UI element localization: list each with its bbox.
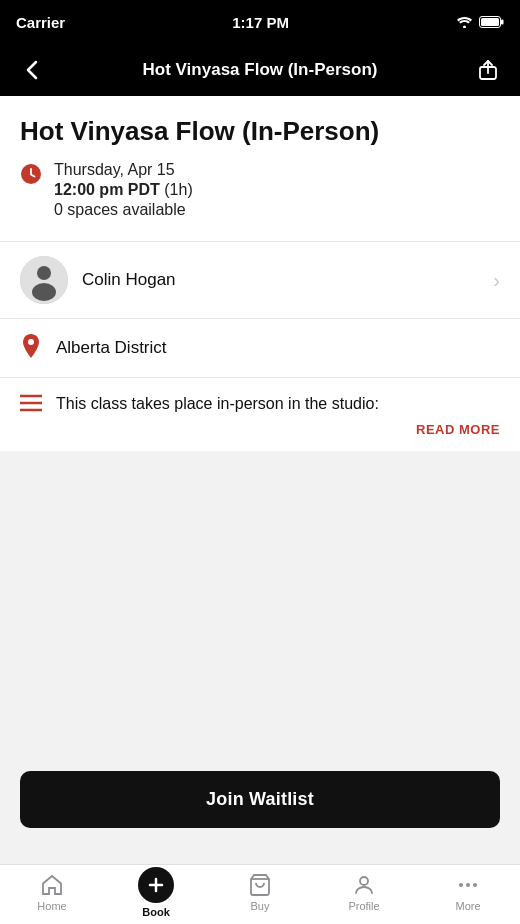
gray-filler (0, 451, 520, 751)
chevron-right-icon: › (493, 269, 500, 292)
tab-home-label: Home (37, 900, 66, 912)
back-button[interactable] (16, 54, 48, 86)
instructor-name: Colin Hogan (82, 270, 479, 290)
tab-buy[interactable]: Buy (208, 865, 312, 924)
description-text: This class takes place in-person in the … (56, 395, 379, 412)
class-header: Hot Vinyasa Flow (In-Person) Thursday, A… (0, 96, 520, 241)
clock-icon (20, 163, 42, 189)
tab-more-label: More (455, 900, 480, 912)
description-row: This class takes place in-person in the … (0, 378, 520, 451)
wifi-icon (456, 16, 473, 28)
time-label: 1:17 PM (232, 14, 289, 31)
svg-point-7 (37, 266, 51, 280)
share-button[interactable] (472, 54, 504, 86)
tab-buy-label: Buy (251, 900, 270, 912)
svg-point-11 (28, 339, 34, 345)
description-block: This class takes place in-person in the … (56, 392, 500, 437)
class-meta: Thursday, Apr 15 12:00 pm PDT (1h) 0 spa… (20, 161, 500, 219)
svg-rect-2 (501, 20, 504, 25)
svg-point-20 (473, 883, 477, 887)
tab-book[interactable]: Book (104, 865, 208, 924)
tab-bar: Home Book Buy Profile (0, 864, 520, 924)
tab-book-label: Book (142, 906, 170, 918)
status-bar: Carrier 1:17 PM (0, 0, 520, 44)
more-icon (456, 873, 480, 897)
battery-icon (479, 16, 504, 28)
carrier-label: Carrier (16, 14, 65, 31)
tab-home[interactable]: Home (0, 865, 104, 924)
meta-text: Thursday, Apr 15 12:00 pm PDT (1h) 0 spa… (54, 161, 193, 219)
book-icon-circle (138, 867, 174, 903)
scroll-container: Hot Vinyasa Flow (In-Person) Thursday, A… (0, 96, 520, 864)
svg-point-17 (360, 877, 368, 885)
tab-profile[interactable]: Profile (312, 865, 416, 924)
class-title: Hot Vinyasa Flow (In-Person) (20, 116, 500, 147)
nav-title: Hot Vinyasa Flow (In-Person) (48, 60, 472, 80)
location-name: Alberta District (56, 338, 167, 358)
instructor-row[interactable]: Colin Hogan › (0, 242, 520, 318)
location-pin-icon (20, 333, 42, 363)
class-date: Thursday, Apr 15 (54, 161, 193, 179)
svg-point-9 (33, 290, 43, 298)
waitlist-container: Join Waitlist (0, 751, 520, 838)
read-more-button[interactable]: READ MORE (56, 422, 500, 437)
description-icon (20, 394, 42, 416)
location-row: Alberta District (0, 319, 520, 377)
tab-more[interactable]: More (416, 865, 520, 924)
class-time: 12:00 pm PDT (1h) (54, 181, 193, 199)
home-icon (40, 873, 64, 897)
bag-icon (248, 873, 272, 897)
svg-point-19 (466, 883, 470, 887)
nav-bar: Hot Vinyasa Flow (In-Person) (0, 44, 520, 96)
class-spaces: 0 spaces available (54, 201, 193, 219)
svg-point-10 (45, 290, 55, 298)
svg-point-0 (463, 26, 466, 29)
plus-icon (147, 876, 165, 894)
avatar (20, 256, 68, 304)
svg-point-18 (459, 883, 463, 887)
status-icons (456, 16, 504, 28)
svg-rect-3 (481, 18, 499, 26)
join-waitlist-button[interactable]: Join Waitlist (20, 771, 500, 828)
profile-icon (352, 873, 376, 897)
tab-profile-label: Profile (348, 900, 379, 912)
